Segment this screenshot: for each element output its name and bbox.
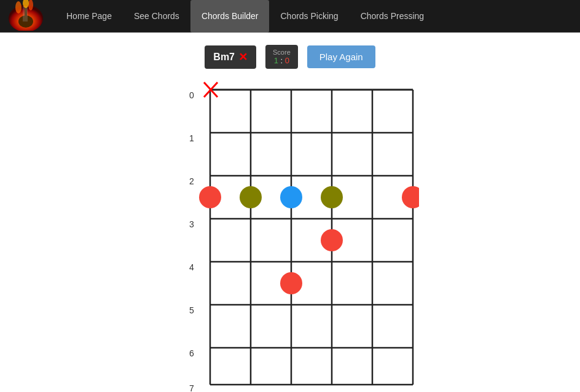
svg-text:2: 2 [189,176,194,186]
svg-text:7: 7 [189,383,194,392]
svg-point-38 [402,186,419,208]
score-box: Score 1 : 0 [265,45,298,69]
nav-chords-pressing[interactable]: Chords Pressing [350,0,436,33]
nav-chords-picking[interactable]: Chords Picking [269,0,349,33]
svg-point-35 [240,186,262,208]
svg-text:3: 3 [189,219,194,229]
svg-text:6: 6 [189,348,194,358]
chord-label: Bm7 ✕ [205,45,256,69]
nav-items: Home Page See Chords Chords Builder Chor… [55,0,435,33]
controls-row: Bm7 ✕ Score 1 : 0 Play Again [205,45,375,69]
score-green: 1 [274,56,278,65]
score-red: 0 [285,56,289,65]
score-label: Score [273,49,291,56]
logo [6,0,49,33]
svg-point-7 [15,1,22,14]
nav-see-chords[interactable]: See Chords [123,0,190,33]
svg-point-39 [321,229,343,251]
svg-text:4: 4 [189,262,194,272]
fretboard-container: 0 1 2 3 4 5 6 7 [186,81,419,392]
nav-chords-builder[interactable]: Chords Builder [190,0,270,33]
score-sep: : [281,56,283,65]
svg-text:5: 5 [189,305,194,315]
chord-x-mark: ✕ [238,50,248,64]
svg-text:0: 0 [189,90,194,100]
navbar: Home Page See Chords Chords Builder Chor… [0,0,580,33]
play-again-button[interactable]: Play Again [307,45,375,68]
svg-point-40 [280,272,302,294]
chord-name: Bm7 [213,52,235,63]
nav-home[interactable]: Home Page [55,0,123,33]
svg-point-34 [199,186,221,208]
svg-point-37 [321,186,343,208]
fretboard-svg: 0 1 2 3 4 5 6 7 [186,81,419,392]
svg-text:1: 1 [189,133,194,143]
score-value: 1 : 0 [273,56,291,65]
svg-point-36 [280,186,302,208]
main-content: Bm7 ✕ Score 1 : 0 Play Again 0 1 2 3 4 5… [0,33,580,392]
